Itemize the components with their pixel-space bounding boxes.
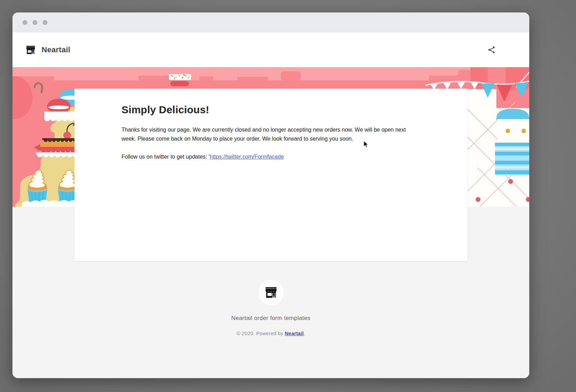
window-control-dot[interactable] [22, 20, 27, 25]
twitter-link[interactable]: https://twitter.com/Formfacade [210, 154, 284, 160]
card-title: Simply Delicious! [122, 104, 416, 116]
share-button[interactable] [485, 43, 498, 57]
neartail-link[interactable]: Neartail [285, 331, 304, 336]
window-control-dot[interactable] [33, 20, 37, 25]
footer-tagline: Neartail order form templates [231, 315, 310, 322]
browser-window: Neartail [12, 12, 529, 378]
page-title: Neartail [42, 45, 70, 54]
status-card: Simply Delicious! Thanks for visiting ou… [74, 89, 468, 261]
avatar [258, 280, 284, 305]
window-titlebar [12, 12, 529, 33]
page-header: Neartail [12, 33, 529, 67]
card-body-text: Thanks for visiting our page. We are cur… [122, 125, 416, 143]
page-content: Simply Delicious! Thanks for visiting ou… [12, 67, 529, 378]
footer-copyright: © 2020. Powered by Neartail. [236, 331, 305, 336]
brand: Neartail [25, 45, 70, 55]
follow-line: Follow us on twitter to get updates: 'ht… [122, 152, 416, 161]
share-icon [487, 45, 496, 54]
sprinkle-cake-illustration [169, 74, 191, 86]
storefront-icon [25, 45, 36, 55]
storefront-icon [264, 286, 278, 300]
window-control-dot[interactable] [43, 20, 47, 25]
